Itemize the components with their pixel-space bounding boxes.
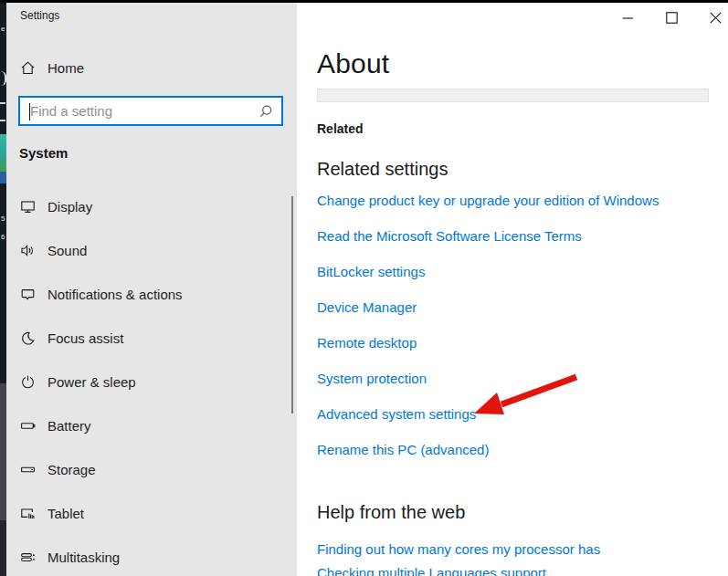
link-cores-processor[interactable]: Finding out how many cores my processor … bbox=[317, 541, 600, 557]
desktop-icon-fragment: 6 bbox=[1, 234, 5, 241]
sidebar-item-sound[interactable]: Sound bbox=[20, 240, 87, 260]
help-from-web-heading: Help from the web bbox=[317, 502, 465, 523]
sidebar-item-label: Multitasking bbox=[47, 550, 120, 565]
sidebar-item-label: Storage bbox=[47, 462, 96, 477]
settings-sidebar: Settings Home System Display Sound Notif… bbox=[6, 3, 297, 576]
multitasking-icon bbox=[20, 550, 36, 565]
sidebar-item-label: Power & sleep bbox=[47, 374, 136, 390]
sidebar-item-label: Notifications & actions bbox=[47, 287, 183, 302]
desktop-background-edge: e 5 6 bbox=[0, 0, 6, 576]
search-box[interactable] bbox=[18, 96, 283, 126]
link-license-terms[interactable]: Read the Microsoft Software License Term… bbox=[317, 228, 582, 244]
sidebar-item-label: Display bbox=[47, 199, 92, 215]
notifications-icon bbox=[20, 287, 36, 302]
desktop-icon-fragment bbox=[0, 134, 6, 172]
focus-assist-icon bbox=[20, 330, 36, 346]
desktop-icon-fragment bbox=[0, 71, 6, 86]
link-languages-support[interactable]: Checking multiple Languages support bbox=[317, 565, 546, 576]
link-remote-desktop[interactable]: Remote desktop bbox=[317, 335, 417, 351]
page-title: About bbox=[317, 48, 389, 79]
sidebar-item-notifications[interactable]: Notifications & actions bbox=[20, 284, 183, 304]
sidebar-item-display[interactable]: Display bbox=[20, 196, 92, 216]
storage-icon bbox=[20, 462, 36, 477]
link-change-product-key[interactable]: Change product key or upgrade your editi… bbox=[317, 193, 659, 208]
tablet-icon bbox=[20, 506, 36, 521]
desktop-icon-fragment: e bbox=[1, 26, 5, 33]
sidebar-item-tablet[interactable]: Tablet bbox=[20, 503, 84, 523]
sound-icon bbox=[20, 243, 36, 258]
maximize-icon bbox=[666, 12, 678, 24]
sidebar-item-focus-assist[interactable]: Focus assist bbox=[20, 328, 123, 348]
sidebar-item-label: Sound bbox=[47, 243, 87, 258]
sidebar-item-label: Tablet bbox=[47, 506, 84, 521]
power-icon bbox=[20, 374, 36, 390]
close-button[interactable] bbox=[702, 6, 728, 28]
search-input[interactable] bbox=[20, 98, 258, 124]
search-icon[interactable] bbox=[258, 104, 273, 119]
window-title: Settings bbox=[20, 9, 59, 22]
link-system-protection[interactable]: System protection bbox=[317, 371, 427, 386]
desktop-icon-fragment bbox=[0, 383, 6, 520]
home-icon bbox=[20, 60, 36, 76]
text-caret bbox=[29, 103, 30, 120]
sidebar-item-storage[interactable]: Storage bbox=[20, 459, 96, 479]
minimize-button[interactable] bbox=[614, 6, 641, 28]
sidebar-item-battery[interactable]: Battery bbox=[20, 415, 91, 435]
sidebar-item-home[interactable]: Home bbox=[20, 58, 84, 78]
battery-icon bbox=[20, 418, 36, 434]
sidebar-section-system: System bbox=[19, 145, 68, 161]
desktop-icon-fragment bbox=[0, 172, 6, 183]
window-top-border bbox=[0, 0, 728, 3]
sidebar-scrollbar[interactable] bbox=[291, 196, 293, 414]
desktop-icon-fragment: 5 bbox=[1, 215, 5, 223]
link-rename-this-pc[interactable]: Rename this PC (advanced) bbox=[317, 442, 489, 457]
sidebar-item-power-sleep[interactable]: Power & sleep bbox=[20, 372, 136, 392]
maximize-button[interactable] bbox=[658, 6, 685, 28]
minimize-icon bbox=[622, 12, 634, 24]
desktop-icon-fragment bbox=[0, 120, 5, 121]
sidebar-item-label: Battery bbox=[47, 418, 91, 434]
about-page: About Related Related settings Change pr… bbox=[297, 3, 728, 576]
link-device-manager[interactable]: Device Manager bbox=[317, 299, 417, 315]
display-icon bbox=[20, 199, 36, 215]
sidebar-item-label: Focus assist bbox=[47, 330, 123, 346]
desktop-icon-fragment bbox=[0, 520, 6, 576]
related-label: Related bbox=[317, 121, 364, 136]
related-settings-heading: Related settings bbox=[317, 159, 448, 180]
sidebar-item-label: Home bbox=[47, 60, 84, 76]
scrolled-section-remnant bbox=[317, 89, 709, 102]
sidebar-item-multitasking[interactable]: Multitasking bbox=[20, 547, 120, 567]
link-advanced-system-settings[interactable]: Advanced system settings bbox=[317, 406, 476, 422]
desktop-icon-fragment bbox=[0, 102, 5, 104]
close-icon bbox=[710, 12, 722, 24]
link-bitlocker-settings[interactable]: BitLocker settings bbox=[317, 264, 425, 279]
